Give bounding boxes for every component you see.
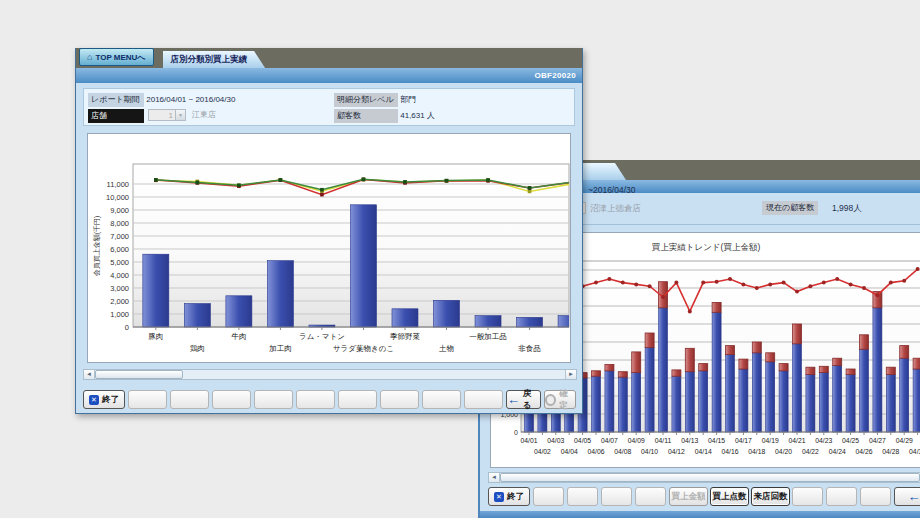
visits-mode-button[interactable]: 来店回数 bbox=[751, 487, 790, 506]
svg-text:04/16: 04/16 bbox=[721, 448, 738, 455]
toolbar-button-empty[interactable] bbox=[254, 390, 293, 409]
svg-text:7,000: 7,000 bbox=[110, 232, 129, 241]
top-menu-button[interactable]: ⌂ TOP MENUへ bbox=[79, 48, 154, 66]
window-code: OBF20020 bbox=[534, 71, 576, 80]
svg-text:04/09: 04/09 bbox=[628, 437, 645, 444]
svg-text:1,000: 1,000 bbox=[110, 310, 129, 319]
front-title-band: OBF20020 bbox=[76, 68, 582, 83]
svg-text:04/02: 04/02 bbox=[534, 448, 551, 455]
toolbar-button-empty[interactable] bbox=[792, 487, 823, 506]
svg-text:04/14: 04/14 bbox=[695, 448, 712, 455]
svg-text:会員買上金額(千円): 会員買上金額(千円) bbox=[93, 216, 101, 277]
current-customers-label: 現在の顧客数 bbox=[762, 201, 818, 215]
svg-text:5,000: 5,000 bbox=[110, 258, 129, 267]
front-window: ⌂ TOP MENUへ 店別分類別買上実績 OBF20020 レポート期間 20… bbox=[75, 48, 583, 414]
svg-text:非食品: 非食品 bbox=[518, 344, 541, 353]
svg-text:買上実績トレンド(買上金額): 買上実績トレンド(買上金額) bbox=[652, 242, 761, 252]
svg-text:04/05: 04/05 bbox=[574, 437, 591, 444]
toolbar-button-empty[interactable] bbox=[826, 487, 857, 506]
scroll-left-icon[interactable]: ◄ bbox=[489, 473, 500, 482]
svg-text:一般加工品: 一般加工品 bbox=[469, 332, 507, 341]
store-name-value: 江東店 bbox=[192, 109, 216, 121]
svg-text:4,000: 4,000 bbox=[110, 271, 129, 280]
back-arrow-icon: ← bbox=[507, 395, 520, 405]
svg-text:04/13: 04/13 bbox=[681, 437, 698, 444]
svg-text:04/12: 04/12 bbox=[668, 448, 685, 455]
svg-text:3,000: 3,000 bbox=[110, 284, 129, 293]
confirm-label: 確定 bbox=[559, 388, 575, 412]
back-window-bottom-strip bbox=[480, 511, 920, 518]
toolbar-button-empty[interactable] bbox=[170, 390, 209, 409]
svg-text:牛肉: 牛肉 bbox=[231, 332, 246, 341]
svg-text:9,000: 9,000 bbox=[110, 206, 129, 215]
screen: 買上実績トレンド ~2016/04/30 沼津上徳倉店 現在の顧客数 1,998… bbox=[0, 0, 920, 518]
back-report-period: ~2016/04/30 bbox=[588, 184, 636, 196]
svg-text:8,000: 8,000 bbox=[110, 219, 129, 228]
svg-text:11,000: 11,000 bbox=[107, 180, 129, 189]
detail-level-label: 明細分類レベル bbox=[334, 93, 398, 107]
svg-text:04/01: 04/01 bbox=[520, 437, 537, 444]
category-chart-panel: 1,0002,0003,0004,0005,0006,0007,0008,000… bbox=[87, 133, 571, 363]
confirm-button[interactable]: 確定 bbox=[544, 390, 576, 409]
svg-text:ラム・マトン: ラム・マトン bbox=[299, 332, 345, 341]
scroll-right-icon[interactable]: ► bbox=[565, 370, 576, 379]
svg-text:04/20: 04/20 bbox=[775, 448, 792, 455]
exit-label: 終了 bbox=[507, 491, 524, 503]
back-button-clipped[interactable]: ← bbox=[894, 487, 920, 506]
svg-text:04/15: 04/15 bbox=[708, 437, 725, 444]
toolbar-button-empty[interactable] bbox=[635, 487, 666, 506]
toolbar-button-empty[interactable] bbox=[128, 390, 167, 409]
exit-button[interactable]: ✕ 終了 bbox=[83, 390, 125, 409]
front-scrollbar-thumb[interactable] bbox=[95, 370, 183, 379]
store-dropdown-button[interactable]: ▼ bbox=[175, 109, 186, 121]
points-mode-button[interactable]: 買上点数 bbox=[710, 487, 749, 506]
svg-text:04/30: 04/30 bbox=[909, 448, 920, 455]
svg-text:04/27: 04/27 bbox=[869, 437, 886, 444]
toolbar-button-empty[interactable] bbox=[567, 487, 598, 506]
amount-mode-button[interactable]: 買上金額 bbox=[669, 487, 708, 506]
report-info-panel: レポート期間 2016/04/01 ~ 2016/04/30 明細分類レベル 部… bbox=[83, 88, 575, 126]
svg-text:04/06: 04/06 bbox=[587, 448, 604, 455]
report-period-value: 2016/04/01 ~ 2016/04/30 bbox=[146, 95, 235, 104]
toolbar-button-empty[interactable] bbox=[533, 487, 564, 506]
toolbar-button-empty[interactable] bbox=[212, 390, 251, 409]
front-button-bar: ✕ 終了 ← 戻る 確定 bbox=[83, 390, 577, 409]
toolbar-button-empty[interactable] bbox=[464, 390, 503, 409]
svg-text:0: 0 bbox=[125, 323, 129, 332]
svg-text:04/28: 04/28 bbox=[882, 448, 899, 455]
detail-level-value: 部門 bbox=[400, 95, 416, 104]
customers-label: 顧客数 bbox=[334, 109, 398, 123]
top-menu-label: TOP MENUへ bbox=[95, 52, 145, 63]
close-icon: ✕ bbox=[89, 395, 99, 405]
svg-text:04/21: 04/21 bbox=[788, 437, 805, 444]
store-number-input[interactable]: 1 bbox=[148, 109, 176, 121]
toolbar-button-empty[interactable] bbox=[422, 390, 461, 409]
exit-button[interactable]: ✕ 終了 bbox=[488, 487, 530, 506]
svg-text:04/25: 04/25 bbox=[842, 437, 859, 444]
toolbar-button-empty[interactable] bbox=[601, 487, 632, 506]
back-button[interactable]: ← 戻る bbox=[506, 390, 541, 409]
store-label: 店舗 bbox=[88, 109, 144, 123]
svg-text:04/19: 04/19 bbox=[762, 437, 779, 444]
toolbar-button-empty[interactable] bbox=[380, 390, 419, 409]
svg-text:04/22: 04/22 bbox=[802, 448, 819, 455]
svg-text:季節野菜: 季節野菜 bbox=[390, 332, 420, 341]
svg-text:04/18: 04/18 bbox=[748, 448, 765, 455]
svg-text:04/10: 04/10 bbox=[641, 448, 658, 455]
svg-text:04/03: 04/03 bbox=[547, 437, 564, 444]
svg-text:2,000: 2,000 bbox=[110, 297, 129, 306]
toolbar-button-empty[interactable] bbox=[296, 390, 335, 409]
svg-text:加工肉: 加工肉 bbox=[268, 344, 292, 353]
toolbar-button-empty[interactable] bbox=[860, 487, 891, 506]
front-horizontal-scrollbar[interactable]: ◄ ► bbox=[83, 369, 577, 380]
home-icon: ⌂ bbox=[87, 53, 92, 62]
tab-store-category-sales[interactable]: 店別分類別買上実績 bbox=[163, 51, 266, 68]
toolbar-button-empty[interactable] bbox=[338, 390, 377, 409]
back-button-bar: ✕ 終了 買上金額 買上点数 来店回数 ← bbox=[488, 487, 920, 506]
scroll-left-icon[interactable]: ◄ bbox=[84, 370, 95, 379]
close-icon: ✕ bbox=[494, 492, 504, 502]
back-horizontal-scrollbar[interactable]: ◄ bbox=[488, 472, 920, 483]
back-scrollbar-thumb[interactable] bbox=[500, 473, 920, 482]
svg-text:6,000: 6,000 bbox=[110, 245, 129, 254]
svg-text:04/08: 04/08 bbox=[614, 448, 631, 455]
